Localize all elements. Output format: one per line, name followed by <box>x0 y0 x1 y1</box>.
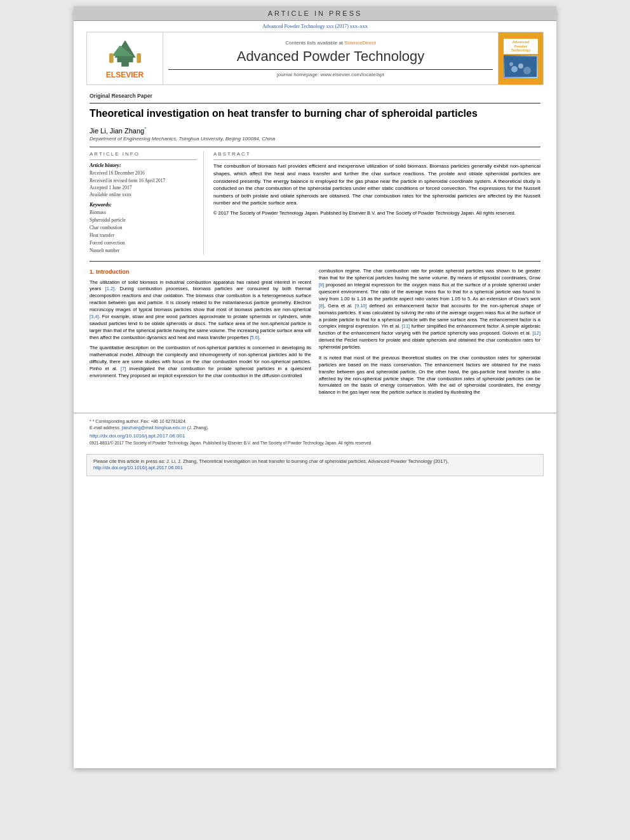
body-para-3: combustion regime. The char combustion r… <box>319 268 540 351</box>
ref-5-6[interactable]: [5,6] <box>250 335 260 340</box>
history-received: Received 16 December 2016 <box>90 170 197 177</box>
elsevier-brand: ELSEVIER <box>106 37 144 79</box>
svg-point-10 <box>509 62 513 66</box>
history-revised: Received in revised form 16 April 2017 <box>90 177 197 184</box>
footer-area: * * Corresponding author. Fax: +86 10 62… <box>74 413 556 450</box>
elsevier-logo-area: ELSEVIER <box>87 32 163 84</box>
aip-text: ARTICLE IN PRESS <box>268 10 363 17</box>
email-line: E-mail address: jianzhang@mail.tsinghua.… <box>90 425 540 431</box>
citation-text: J. Li, J. Zhang, Theoretical investigati… <box>166 458 448 464</box>
title-top-divider <box>90 103 540 103</box>
svg-point-9 <box>523 67 531 74</box>
keyword-2: Spheroidal particle <box>90 217 197 224</box>
keywords-label: Keywords: <box>90 202 197 208</box>
body-section: 1. Introduction The utilization of solid… <box>90 268 540 400</box>
keyword-4: Heat transfer <box>90 232 197 239</box>
journal-title: Advanced Powder Technology <box>237 48 425 65</box>
ref-7[interactable]: [7] <box>121 366 126 371</box>
apt-logo: AdvancedPowderTechnology <box>501 37 540 80</box>
email-suffix: (J. Zhang). <box>187 425 209 430</box>
keyword-5: Forced convection <box>90 239 197 247</box>
history-accepted: Accepted 1 June 2017 <box>90 184 197 191</box>
email-label: E-mail address: <box>90 425 121 430</box>
body-para-2: The quantitative description on the comb… <box>90 345 311 379</box>
keyword-3: Char combustion <box>90 224 197 232</box>
info-divider <box>90 159 197 160</box>
copyright-text: © 2017 The Society of Powder Technology … <box>213 210 540 217</box>
email-link[interactable]: jianzhang@mail.tsinghua.edu.cn <box>122 425 186 430</box>
ref-12[interactable]: [12] <box>532 330 540 336</box>
contents-line: Contents lists available at ScienceDirec… <box>285 40 375 46</box>
apt-logo-area: AdvancedPowderTechnology <box>499 32 543 84</box>
article-type: Original Research Paper <box>90 93 540 99</box>
apt-logo-title-text: AdvancedPowderTechnology <box>506 40 536 53</box>
apt-logo-image <box>504 55 538 78</box>
svg-rect-5 <box>137 53 141 63</box>
abstract-text: The combustion of biomass fuel provides … <box>213 163 540 207</box>
ref-1-2[interactable]: [1,2] <box>105 286 115 291</box>
keyword-6: Nusselt number <box>90 247 197 255</box>
author-names: Jie Li, Jian Zhang <box>90 126 144 134</box>
affiliation: Department of Engineering Mechanics, Tsi… <box>90 136 540 142</box>
ref-11[interactable]: [11] <box>402 323 410 329</box>
header-divider <box>168 69 493 70</box>
ref-8a[interactable]: [8] <box>319 282 324 288</box>
body-para-1: The utilization of solid biomass in indu… <box>90 279 311 342</box>
aip-banner: ARTICLE IN PRESS <box>74 6 556 21</box>
authors-line: Jie Li, Jian Zhang* <box>90 126 540 135</box>
footnote-text-content: * Corresponding author. Fax: +86 10 6278… <box>93 419 187 423</box>
journal-ref-text: Advanced Powder Technology xxx (2017) xx… <box>262 23 368 29</box>
journal-header-center: Contents lists available at ScienceDirec… <box>163 32 499 84</box>
apt-logo-svg <box>505 57 537 77</box>
abstract-header: ABSTRACT <box>213 151 540 157</box>
keyword-1: Biomass <box>90 209 197 217</box>
contents-label: Contents lists available at <box>285 40 343 46</box>
homepage-line: journal homepage: www.elsevier.com/locat… <box>277 72 384 77</box>
author-star: * <box>144 126 146 131</box>
citation-box: Please cite this article in press as: J.… <box>86 454 544 476</box>
page: ARTICLE IN PRESS Advanced Powder Technol… <box>74 6 556 768</box>
body-col-left: 1. Introduction The utilization of solid… <box>90 268 311 400</box>
paper-content: Original Research Paper Theoretical inve… <box>74 85 556 408</box>
ref-8b[interactable]: [8] <box>319 303 324 309</box>
ref-9-10[interactable]: [9,10] <box>355 303 367 309</box>
journal-header: ELSEVIER Contents lists available at Sci… <box>86 32 544 85</box>
sciencedirect-link[interactable]: ScienceDirect <box>344 40 375 46</box>
info-abstract-section: ARTICLE INFO Article history: Received 1… <box>90 151 540 255</box>
elsevier-wordmark: ELSEVIER <box>106 70 144 79</box>
journal-ref: Advanced Powder Technology xxx (2017) xx… <box>74 21 556 32</box>
paper-title: Theoretical investigation on heat transf… <box>90 107 540 121</box>
apt-logo-title-box: AdvancedPowderTechnology <box>504 39 538 54</box>
footnote: * * Corresponding author. Fax: +86 10 62… <box>90 418 540 425</box>
article-info-col: ARTICLE INFO Article history: Received 1… <box>90 151 204 255</box>
abstract-col: ABSTRACT The combustion of biomass fuel … <box>213 151 540 255</box>
doi-link[interactable]: http://dx.doi.org/10.1016/j.apt.2017.06.… <box>90 433 540 439</box>
svg-rect-4 <box>109 53 114 63</box>
svg-point-7 <box>511 66 518 72</box>
citation-label: Please cite this article in press as: <box>93 458 165 464</box>
footer-copyright: 0921-8831/© 2017 The Society of Powder T… <box>90 441 540 445</box>
citation-doi-link[interactable]: http://dx.doi.org/10.1016/j.apt.2017.06.… <box>93 465 183 470</box>
abstract-divider <box>213 159 540 160</box>
svg-point-8 <box>518 63 523 69</box>
elsevier-tree-icon <box>106 37 144 69</box>
section1-heading: 1. Introduction <box>90 268 311 276</box>
body-col-right: combustion regime. The char combustion r… <box>319 268 540 400</box>
body-top-divider <box>90 261 540 262</box>
history-label: Article history: <box>90 163 197 168</box>
ref-3-4[interactable]: [3,4] <box>90 314 99 319</box>
footnote-star: * <box>90 419 91 423</box>
article-info-header: ARTICLE INFO <box>90 151 197 157</box>
history-online: Available online xxxx <box>90 191 197 198</box>
body-para-4: It is noted that most of the previous th… <box>319 355 540 396</box>
abstract-top-divider <box>90 147 540 147</box>
